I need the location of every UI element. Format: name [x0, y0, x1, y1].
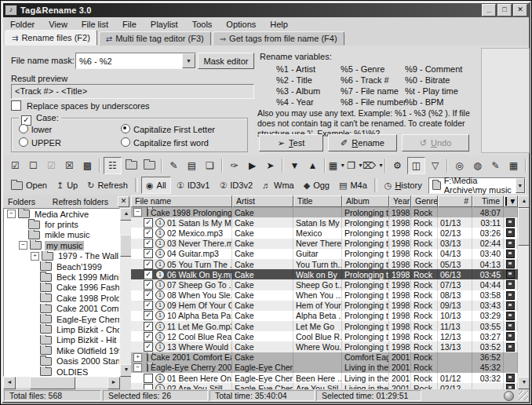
file-row[interactable]: ✓112 Cool Blue Reas...CakeCool Blue R...…	[131, 331, 518, 341]
tree-item-beach-1999[interactable]: Beach'1999	[4, 261, 119, 272]
tree-item-oldies[interactable]: OLDIES	[4, 367, 119, 377]
row-checkbox[interactable]	[144, 374, 153, 383]
tree-item-cake-2001-comfort[interactable]: Cake 2001 Comfort	[4, 304, 119, 314]
open-folder-button[interactable]	[123, 158, 140, 173]
closed-folder-button[interactable]	[141, 158, 158, 173]
menu-help[interactable]: Help	[263, 18, 295, 31]
file-row[interactable]: ✓108 When You Sle...CakeWhen You ...Prol…	[131, 290, 518, 301]
calendar-button[interactable]: ▦	[505, 158, 522, 173]
expand-icon[interactable]: +	[31, 252, 39, 261]
row-checkbox[interactable]: ✓	[144, 311, 153, 320]
scroll-right-icon[interactable]: ►	[107, 377, 120, 389]
collapse-icon[interactable]: −	[19, 241, 27, 250]
row-checkbox[interactable]: ✓	[144, 322, 153, 331]
resize-grip[interactable]	[519, 391, 528, 400]
scroll-left-icon[interactable]: ◄	[3, 377, 16, 389]
menu-view[interactable]: View	[42, 18, 75, 31]
maximize-button[interactable]: □	[497, 4, 512, 16]
tree-item-beck-1999-midnite[interactable]: Beck 1999 Midnite	[4, 272, 119, 282]
tree-item-mike-oldfield-1996[interactable]: Mike Oldfield 1996	[4, 345, 119, 356]
scroll-up-icon[interactable]: ▲	[518, 195, 529, 208]
mask-combo[interactable]: %6 - %2 ▼	[75, 53, 196, 69]
radio-icon[interactable]	[19, 124, 28, 133]
row-checkbox[interactable]: ✓	[144, 270, 153, 279]
test-button[interactable]: ➢Test	[259, 134, 323, 151]
select-block-button[interactable]: ▩	[79, 158, 96, 173]
row-checkbox[interactable]: ✓	[144, 249, 153, 258]
all-button[interactable]: ◉All	[141, 177, 171, 194]
row-checkbox[interactable]: ✓	[144, 228, 153, 238]
id3v1-button[interactable]: ①ID3v1	[173, 177, 214, 193]
column-header-title[interactable]: Title	[293, 195, 342, 207]
wma-button[interactable]: ♬Wma	[258, 177, 298, 193]
uncheck-all-button[interactable]: ☐	[25, 158, 42, 173]
collapse-icon[interactable]: −	[7, 210, 16, 218]
pencil-button[interactable]: ✎	[487, 158, 504, 173]
radio-icon[interactable]	[121, 137, 130, 147]
file-row[interactable]: ✓107 Sheep Go To ...CakeSheep Go t...Pro…	[131, 279, 518, 290]
tab-multi-file-tag-editor-f3[interactable]: ⇄Multi file tag editor (F3)	[99, 31, 211, 46]
export-button[interactable]: ◫	[407, 157, 425, 174]
title-bar[interactable]: ♪ Tag&Rename 3.0 _ □ ✕	[3, 3, 529, 17]
row-checkbox[interactable]: ✓	[144, 290, 153, 300]
row-checkbox[interactable]: ✓	[144, 332, 153, 341]
case-option-upper[interactable]: UPPER	[19, 137, 121, 148]
file-row[interactable]: ✓102 Mexico.mp3CakeMexicoProlonging th..…	[131, 228, 518, 238]
file-row[interactable]: ✓113 Where Would I...CakeWhere Wou...Pro…	[131, 341, 518, 352]
rename-button[interactable]: ✐Rename	[328, 134, 397, 151]
collapse-icon[interactable]: −	[133, 363, 142, 372]
dropdown-caret-icon[interactable]: ▼	[378, 162, 384, 168]
tree-item-limp-bizkit-hit-col[interactable]: Limp Bizkit - Hit Col	[4, 335, 119, 345]
chevron-down-icon[interactable]: ▼	[516, 178, 525, 193]
row-checkbox[interactable]: ✓	[144, 239, 153, 248]
minimize-button[interactable]: _	[482, 4, 496, 16]
edit-file-button[interactable]: ▤	[184, 158, 200, 173]
column-header-album[interactable]: Album	[342, 195, 389, 207]
tree-item-limp-bizkit-choco[interactable]: Limp Bizkit - Choco	[4, 324, 119, 334]
row-checkbox[interactable]: ✓	[144, 260, 153, 269]
write-tag-button[interactable]: ✑	[226, 158, 242, 173]
web-button[interactable]: ◍	[469, 158, 486, 173]
row-checkbox[interactable]	[144, 384, 153, 389]
menu-file-list[interactable]: File list	[75, 18, 115, 31]
file-row[interactable]: ✓103 Never There.m...CakeNever ThereProl…	[131, 239, 518, 249]
radio-icon[interactable]	[19, 137, 28, 147]
case-option-lower[interactable]: lower	[19, 124, 121, 134]
dropdown-caret-icon[interactable]: ▼	[340, 162, 345, 168]
open-button[interactable]: Open	[7, 177, 51, 193]
move-down-button[interactable]: ▼	[286, 158, 303, 173]
file-row[interactable]: ✓106 Walk On By.mp3CakeWalk on ByProlong…	[131, 269, 518, 279]
tree-item-my-music[interactable]: −my music	[4, 240, 119, 250]
replace-spaces-checkbox[interactable]	[11, 100, 21, 111]
delete-button[interactable]: ⌦▼	[365, 158, 381, 173]
column-header-year[interactable]: Year	[389, 195, 411, 207]
row-checkbox[interactable]: ✓	[144, 301, 153, 310]
mask-editor-button[interactable]: Mask editor	[198, 53, 254, 69]
tree-item-cake-1998-prolong[interactable]: Cake 1998 Prolong	[4, 293, 119, 303]
menu-folder[interactable]: Folder	[3, 18, 42, 31]
tree-hscroll-thumb[interactable]	[30, 377, 75, 389]
column-header-[interactable]: #	[438, 195, 472, 207]
refresh-folders-button[interactable]: Refresh folders	[53, 197, 116, 206]
tag-file-button[interactable]: ❏	[202, 158, 218, 173]
up-button[interactable]: ↥Up	[53, 177, 82, 193]
group-row[interactable]: −Cake 1998 Prolonging the ...CakeProlong…	[131, 207, 518, 217]
move-up-button[interactable]: ▲	[304, 158, 321, 173]
tree-item-cake-1996-fashion[interactable]: Cake 1996 Fashion	[4, 283, 119, 293]
row-checkbox[interactable]: ✓	[144, 218, 153, 228]
menu-options[interactable]: Options	[219, 18, 263, 31]
file-row[interactable]: ✓110 Alpha Beta Par...CakeAlpha Beta ...…	[131, 311, 518, 321]
tree-item-mikle-music[interactable]: mikle music	[4, 230, 119, 240]
tree-item-oasis-2000-standin[interactable]: Oasis 2000 Standin	[4, 356, 119, 366]
column-header-artist[interactable]: Artist	[232, 195, 293, 207]
dropdown-caret-icon[interactable]: ▼	[358, 162, 363, 168]
m4a-button[interactable]: ▤M4a	[335, 177, 371, 193]
tab-get-tags-from-file-name-f4[interactable]: ⇒Get tags from file name (F4)	[213, 31, 344, 46]
group-row[interactable]: +Cake 2001 Comfort EagleCakeComfort Eagl…	[131, 352, 518, 363]
tree-item-for-prints[interactable]: for prints	[4, 219, 119, 229]
file-row[interactable]: ✓111 Let Me Go.mp3CakeLet Me GoProlongin…	[131, 321, 518, 331]
case-option-capitalize-first-word[interactable]: Capitalize first word	[121, 137, 245, 148]
tree-item-eagle-eye-cherry-2[interactable]: Eagle-Eye Cherry 2	[4, 314, 119, 324]
cd-button[interactable]: ◎	[451, 158, 468, 173]
path-combo[interactable]: F:\Media Archive\my music▼	[428, 177, 526, 194]
